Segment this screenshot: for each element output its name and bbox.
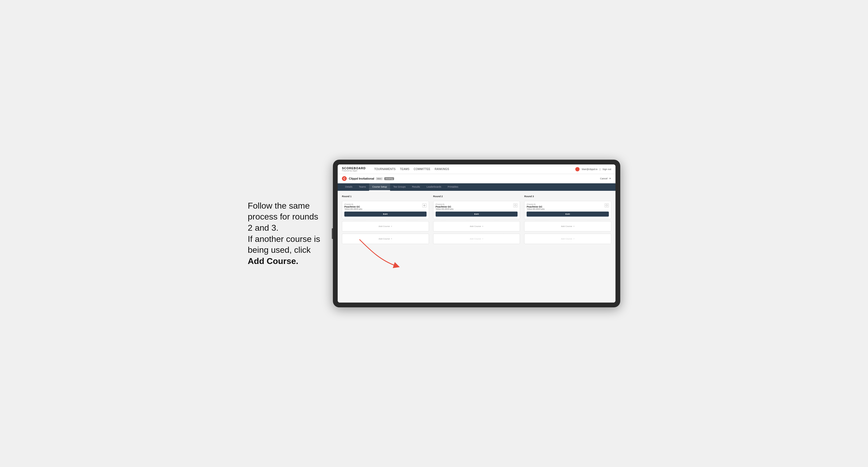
add-course-r1-slot3[interactable]: Add Course + <box>342 234 429 244</box>
cancel-icon[interactable]: ✕ <box>609 177 611 180</box>
gender-badge: Men <box>376 177 383 180</box>
tournament-name: Clippd Invitational <box>349 177 374 180</box>
add-course-label: Add Course <box>379 225 390 227</box>
add-course-r2-slot3: Add Course + <box>433 234 520 244</box>
edit-btn-r3[interactable]: Edit <box>527 212 609 217</box>
add-icon: + <box>573 225 575 227</box>
round-1-label: Round 1 <box>342 195 429 198</box>
round-1-course-card: (Course A) Peachtree GC Yellow (M) (6629… <box>342 201 429 219</box>
round-3-label: Round 3 <box>524 195 611 198</box>
add-course-r3-slot3: Add Course + <box>524 234 611 244</box>
course-card-header-r2: (Course A) Peachtree GC Yellow (M) (6629… <box>436 203 518 210</box>
add-course-label: Add Course <box>379 238 390 240</box>
round-2-course-card: (Course A) Peachtree GC Yellow (M) (6629… <box>433 201 520 219</box>
main-content: Round 1 (Course A) Peachtree GC Yellow (… <box>338 191 616 303</box>
add-course-label: Add Course <box>470 225 481 227</box>
round-3-column: Round 3 (Course A) Peachtree GC Yellow (… <box>524 195 611 244</box>
round-2-label: Round 2 <box>433 195 520 198</box>
rounds-grid: Round 1 (Course A) Peachtree GC Yellow (… <box>342 195 611 244</box>
course-info-r3: (Course A) Peachtree GC Yellow (M) (6629… <box>527 203 545 210</box>
tournament-logo: C <box>342 176 347 181</box>
tab-course-setup[interactable]: Course Setup <box>369 183 390 191</box>
tab-leaderboards[interactable]: Leaderboards <box>423 183 445 191</box>
nav-separator: | <box>600 168 600 170</box>
instruction-bold: Add Course. <box>248 256 298 266</box>
course-slot-label-r3: (Course A) <box>527 203 545 205</box>
tab-results[interactable]: Results <box>409 183 423 191</box>
round-2-column: Round 2 (Course A) Peachtree GC Yellow (… <box>433 195 520 244</box>
nav-tournaments[interactable]: TOURNAMENTS <box>374 168 395 170</box>
nav-committee[interactable]: COMMITTEE <box>414 168 431 170</box>
user-email: blair@clippd.io <box>582 168 597 170</box>
top-nav: SCOREBOARD Powered by clippd TOURNAMENTS… <box>338 164 616 174</box>
add-course-label: Add Course <box>470 238 481 240</box>
hosting-badge: Hosting <box>384 177 394 180</box>
logo-title: SCOREBOARD <box>342 166 366 170</box>
tab-printables[interactable]: Printables <box>444 183 461 191</box>
course-tee: Yellow (M) (6629 yds) <box>344 208 362 210</box>
nav-rankings[interactable]: RANKINGS <box>435 168 449 170</box>
tab-details[interactable]: Details <box>342 183 356 191</box>
course-tee-r3: Yellow (M) (6629 yds) <box>527 208 545 210</box>
edit-btn-r1[interactable]: Edit <box>344 212 427 217</box>
tablet-device: SCOREBOARD Powered by clippd TOURNAMENTS… <box>333 160 620 307</box>
scoreboard-logo: SCOREBOARD Powered by clippd <box>342 166 366 172</box>
instruction-text: Follow the same process for rounds 2 and… <box>248 200 322 267</box>
add-course-r1-slot2[interactable]: Add Course + <box>342 221 429 231</box>
user-avatar <box>575 167 580 172</box>
logo-subtitle: Powered by clippd <box>342 170 366 172</box>
nav-links: TOURNAMENTS TEAMS COMMITTEE RANKINGS <box>374 168 569 170</box>
course-name-r2: Peachtree GC <box>436 206 454 208</box>
round-1-column: Round 1 (Course A) Peachtree GC Yellow (… <box>342 195 429 244</box>
tab-bar: Details Teams Course Setup Tee Groups Re… <box>338 183 616 191</box>
add-course-r3-slot2[interactable]: Add Course + <box>524 221 611 231</box>
cancel-area[interactable]: Cancel ✕ <box>600 177 611 180</box>
tab-teams[interactable]: Teams <box>356 183 369 191</box>
course-tee-r2: Yellow (M) (6629 yds) <box>436 208 454 210</box>
nav-right: blair@clippd.io | Sign out <box>575 167 611 172</box>
tab-tee-groups[interactable]: Tee Groups <box>390 183 409 191</box>
round-3-course-card: (Course A) Peachtree GC Yellow (M) (6629… <box>524 201 611 219</box>
course-info-r2: (Course A) Peachtree GC Yellow (M) (6629… <box>436 203 454 210</box>
course-action-btn-r1[interactable]: ⊙ <box>422 203 427 208</box>
course-action-btn-r2[interactable]: ☐ <box>513 203 518 208</box>
add-icon: + <box>391 238 392 240</box>
add-course-label: Add Course <box>561 225 572 227</box>
sign-out-link[interactable]: Sign out <box>602 168 611 170</box>
add-icon: + <box>482 225 484 227</box>
course-action-btn-r3[interactable]: ☐ <box>604 203 609 208</box>
tablet-side-button <box>332 228 333 239</box>
tablet-screen: SCOREBOARD Powered by clippd TOURNAMENTS… <box>338 164 616 303</box>
course-card-header: (Course A) Peachtree GC Yellow (M) (6629… <box>344 203 427 210</box>
sub-header: C Clippd Invitational Men Hosting Cancel… <box>338 174 616 183</box>
add-icon: + <box>573 238 575 240</box>
course-info: (Course A) Peachtree GC Yellow (M) (6629… <box>344 203 362 210</box>
course-card-header-r3: (Course A) Peachtree GC Yellow (M) (6629… <box>527 203 609 210</box>
nav-teams[interactable]: TEAMS <box>400 168 409 170</box>
add-icon: + <box>482 238 484 240</box>
edit-btn-r2[interactable]: Edit <box>436 212 518 217</box>
cancel-label[interactable]: Cancel <box>600 177 608 180</box>
add-course-r2-slot2[interactable]: Add Course + <box>433 221 520 231</box>
add-course-label: Add Course <box>561 238 572 240</box>
course-name-r3: Peachtree GC <box>527 206 545 208</box>
add-icon: + <box>391 225 392 227</box>
course-name: Peachtree GC <box>344 206 362 208</box>
course-slot-label-r2: (Course A) <box>436 203 454 205</box>
course-slot-label: (Course A) <box>344 203 362 205</box>
page-wrapper: Follow the same process for rounds 2 and… <box>248 160 620 307</box>
tournament-logo-letter: C <box>343 177 345 180</box>
